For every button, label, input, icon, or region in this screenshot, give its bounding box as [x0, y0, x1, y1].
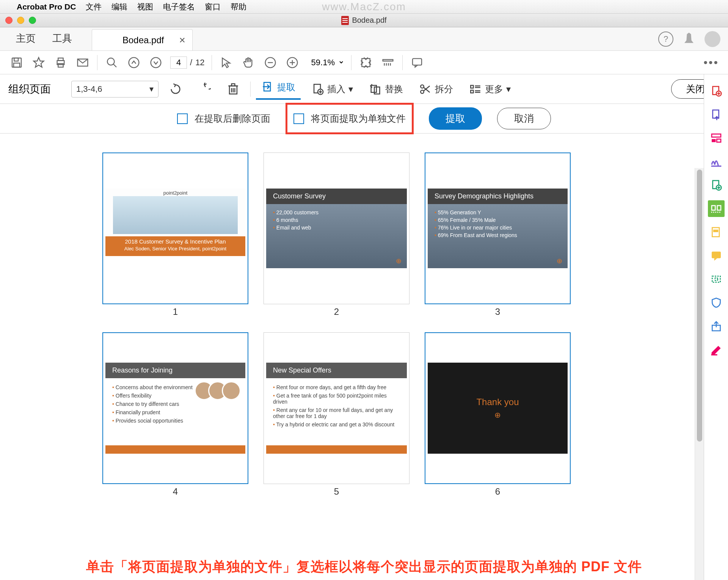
page-thumbnail[interactable]: New Special Offers Rent four or more day…: [264, 332, 410, 497]
svg-point-69: [715, 278, 718, 281]
tab-home[interactable]: 主页: [8, 27, 44, 50]
slide-title: Survey Demographics Highlights: [428, 189, 568, 204]
comment-tool-icon[interactable]: [708, 247, 725, 264]
page-thumbnail[interactable]: Customer Survey 22,000 customers 6 month…: [264, 152, 410, 317]
separate-files-label: 将页面提取为单独文件: [311, 112, 406, 125]
combine-icon[interactable]: [708, 177, 725, 193]
page-thumbnail[interactable]: point2point 2018 Customer Survey & Incen…: [102, 152, 248, 317]
svg-rect-37: [371, 85, 377, 92]
svg-marker-67: [714, 258, 717, 261]
share-icon[interactable]: [708, 318, 725, 335]
more-button[interactable]: 更多▾: [464, 80, 516, 98]
scrollbar[interactable]: [695, 168, 704, 580]
page-down-icon[interactable]: [148, 55, 163, 70]
zoom-select[interactable]: 59.1%: [307, 56, 344, 69]
svg-point-10: [129, 57, 139, 68]
dropdown-icon: ▾: [506, 84, 511, 94]
organize-pages-title: 组织页面: [8, 82, 51, 96]
page-up-icon[interactable]: [126, 55, 141, 70]
rotate-ccw-button[interactable]: [164, 80, 187, 98]
page-sep: /: [190, 58, 192, 68]
notifications-icon[interactable]: [683, 33, 695, 46]
search-icon[interactable]: [104, 55, 119, 70]
svg-rect-30: [232, 83, 235, 86]
slide-footer-icon: ⊕: [494, 410, 501, 420]
scan-icon[interactable]: [708, 271, 725, 288]
page-number-label: 6: [495, 486, 500, 497]
comment-icon[interactable]: [410, 55, 425, 70]
extract-button[interactable]: 提取: [256, 79, 301, 100]
protect-icon[interactable]: [708, 294, 725, 311]
print-icon[interactable]: [53, 55, 68, 70]
minimize-window-button[interactable]: [17, 17, 24, 24]
fit-width-icon[interactable]: [380, 55, 395, 70]
svg-line-9: [113, 64, 116, 67]
checkbox-icon: [177, 113, 188, 124]
tutorial-annotation: 单击「将页面提取为单独的文件」复选框以将每个突出显示的页面提取为单独的 PDF …: [0, 558, 728, 576]
account-avatar-icon[interactable]: [704, 31, 720, 47]
page-thumbnail[interactable]: Survey Demographics Highlights 55% Gener…: [425, 152, 571, 317]
tab-active-document[interactable]: Bodea.pdf ×: [92, 29, 193, 50]
slide-subtitle: Alec Soden, Senior Vice President, point…: [105, 245, 245, 252]
menu-edit[interactable]: 编辑: [111, 2, 127, 12]
cancel-button[interactable]: 取消: [497, 108, 551, 129]
star-icon[interactable]: [31, 55, 46, 70]
menu-window[interactable]: 窗口: [205, 2, 221, 12]
slide-photo: [113, 196, 238, 234]
tab-tools[interactable]: 工具: [44, 27, 80, 50]
checkbox-icon: [293, 113, 304, 124]
tab-close-icon[interactable]: ×: [179, 34, 185, 46]
split-button[interactable]: 拆分: [414, 80, 458, 98]
svg-rect-24: [413, 58, 422, 65]
page-thumbnail[interactable]: Thank you ⊕ 6: [425, 332, 571, 497]
toolbar-divider: [97, 55, 97, 70]
menu-help[interactable]: 帮助: [231, 2, 246, 12]
export-pdf-icon[interactable]: [708, 106, 725, 123]
app-name[interactable]: Acrobat Pro DC: [17, 2, 76, 11]
hand-tool-icon[interactable]: [241, 55, 256, 70]
page-range-select[interactable]: 1,3-4,6 ▾: [71, 81, 158, 97]
maximize-window-button[interactable]: [29, 17, 36, 24]
organize-pages-icon[interactable]: [708, 200, 725, 217]
replace-button[interactable]: 替换: [364, 80, 408, 98]
zoom-in-icon[interactable]: [285, 55, 300, 70]
redact-icon[interactable]: [708, 224, 725, 240]
edit-pdf-icon[interactable]: [708, 130, 725, 146]
dropdown-icon: ▾: [348, 84, 353, 94]
svg-rect-68: [712, 276, 720, 282]
slide-faces-icon: [200, 381, 241, 400]
fit-page-icon[interactable]: [358, 55, 373, 70]
page-number: / 12: [170, 57, 205, 69]
menu-esign[interactable]: 电子签名: [163, 2, 195, 12]
svg-point-8: [107, 58, 115, 65]
page-number-input[interactable]: [170, 57, 187, 69]
email-icon[interactable]: [75, 55, 90, 70]
page-thumbnail[interactable]: Reasons for Joining Concerns about the e…: [102, 332, 248, 497]
slide-date: April 7, 2018: [105, 255, 245, 261]
svg-rect-6: [58, 63, 63, 67]
help-icon[interactable]: ?: [658, 31, 673, 47]
select-tool-icon[interactable]: [219, 55, 234, 70]
menu-view[interactable]: 视图: [137, 2, 153, 12]
fill-sign-icon[interactable]: [708, 341, 725, 358]
svg-rect-43: [471, 85, 473, 88]
rotate-cw-button[interactable]: [193, 80, 216, 98]
page-number-label: 2: [334, 307, 339, 317]
sign-icon[interactable]: [708, 153, 725, 170]
more-tools-icon[interactable]: •••: [703, 56, 719, 69]
create-pdf-icon[interactable]: [708, 83, 725, 99]
svg-point-40: [420, 90, 424, 93]
save-icon[interactable]: [9, 55, 24, 70]
slide-title: New Special Offers: [266, 363, 407, 378]
extract-confirm-button[interactable]: 提取: [429, 107, 482, 130]
extract-separate-files-checkbox[interactable]: 将页面提取为单独文件: [286, 103, 414, 134]
scrollbar-thumb[interactable]: [697, 170, 702, 442]
traffic-lights: [5, 17, 36, 24]
svg-marker-3: [34, 57, 44, 67]
close-window-button[interactable]: [5, 17, 13, 24]
zoom-out-icon[interactable]: [263, 55, 278, 70]
menu-file[interactable]: 文件: [86, 2, 102, 12]
delete-button[interactable]: [221, 80, 245, 98]
delete-after-extract-checkbox[interactable]: 在提取后删除页面: [177, 112, 270, 125]
insert-button[interactable]: 插入▾: [306, 80, 358, 98]
